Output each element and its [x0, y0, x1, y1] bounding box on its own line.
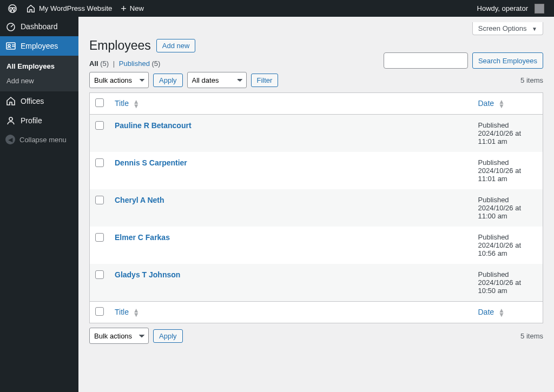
svg-point-3 [8, 44, 10, 46]
add-new-button[interactable]: Add new [156, 39, 196, 52]
row-status: Published [478, 196, 538, 204]
filter-button[interactable]: Filter [251, 74, 279, 87]
row-title-link[interactable]: Dennis S Carpentier [115, 158, 187, 167]
filter-all[interactable]: All (5) [89, 59, 111, 68]
sort-icon: ▲▼ [133, 308, 140, 317]
apply-button-top[interactable]: Apply [153, 74, 183, 87]
row-datetime: 2024/10/26 at 10:56 am [478, 241, 522, 257]
table-row: Cheryl A NethPublished2024/10/26 at 11:0… [90, 189, 543, 227]
site-name: My WordPress Website [39, 4, 112, 12]
row-status: Published [478, 121, 538, 129]
sidebar-item-label: Employees [21, 42, 58, 50]
column-date-footer[interactable]: Date ▲▼ [473, 302, 543, 323]
row-checkbox[interactable] [95, 270, 104, 279]
admin-bar-left: My WordPress Website + New [3, 0, 148, 17]
row-date-cell: Published2024/10/26 at 11:01 am [473, 152, 543, 189]
column-title-footer[interactable]: Title ▲▼ [109, 302, 473, 323]
employees-table: Title ▲▼ Date ▲▼ Pauline R BetancourtPub… [89, 92, 543, 323]
filter-separator: | [111, 59, 117, 68]
collapse-label: Collapse menu [19, 136, 67, 144]
row-title-cell: Gladys T Johnson [109, 264, 473, 302]
select-all-checkbox-top[interactable] [95, 98, 104, 107]
admin-bar: My WordPress Website + New Howdy, operat… [0, 0, 554, 17]
filter-published-link[interactable]: Published [119, 59, 150, 68]
row-status: Published [478, 158, 538, 167]
search-input[interactable] [384, 52, 468, 69]
row-title-link[interactable]: Elmer C Farkas [115, 233, 170, 242]
admin-sidebar: Dashboard Employees All Employees Add ne… [0, 17, 78, 392]
svg-point-4 [9, 117, 12, 121]
row-checkbox[interactable] [95, 121, 104, 130]
sidebar-subitem-add-new[interactable]: Add new [0, 74, 78, 88]
row-title-link[interactable]: Gladys T Johnson [115, 270, 180, 279]
row-checkbox[interactable] [95, 158, 104, 167]
row-title-link[interactable]: Pauline R Betancourt [115, 121, 192, 130]
column-title-label: Title [115, 308, 129, 316]
id-card-icon [5, 41, 16, 51]
sidebar-item-employees[interactable]: Employees [0, 36, 78, 56]
bulk-actions-select-bottom[interactable]: Bulk actions [89, 328, 149, 344]
row-checkbox[interactable] [95, 196, 104, 204]
home-icon [26, 4, 36, 14]
sidebar-item-offices[interactable]: Offices [0, 91, 78, 111]
row-title-cell: Cheryl A Neth [109, 189, 473, 227]
tablenav-top: Bulk actions Apply All dates Filter 5 it… [89, 72, 543, 88]
apply-button-bottom[interactable]: Apply [153, 329, 183, 343]
account-menu[interactable]: Howdy, operator [473, 0, 549, 17]
user-icon [5, 115, 16, 126]
row-date-cell: Published2024/10/26 at 11:01 am [473, 115, 543, 152]
row-title-cell: Dennis S Carpentier [109, 152, 473, 189]
howdy-text: Howdy, operator [477, 4, 528, 12]
row-status: Published [478, 233, 538, 241]
row-check-cell [90, 227, 110, 264]
sidebar-subitem-all-employees[interactable]: All Employees [0, 59, 78, 74]
date-filter-select[interactable]: All dates [187, 72, 247, 88]
site-link[interactable]: My WordPress Website [22, 0, 116, 17]
row-datetime: 2024/10/26 at 11:00 am [478, 204, 522, 220]
admin-bar-right: Howdy, operator [473, 0, 549, 17]
filter-all-link[interactable]: All [89, 59, 98, 68]
collapse-icon: ◀ [5, 135, 15, 144]
row-check-cell [90, 152, 110, 189]
select-all-header-top [90, 93, 110, 115]
column-title-label: Title [115, 99, 129, 108]
avatar [535, 4, 544, 14]
search-button[interactable]: Search Employees [472, 52, 543, 69]
bulk-actions-select-top[interactable]: Bulk actions [89, 72, 149, 88]
column-date-header[interactable]: Date ▲▼ [473, 93, 543, 115]
table-row: Elmer C FarkasPublished2024/10/26 at 10:… [90, 227, 543, 264]
main-content: Screen Options ▼ Employees Add new All (… [78, 17, 554, 392]
sort-icon: ▲▼ [498, 99, 505, 108]
wordpress-icon [8, 4, 17, 14]
new-content[interactable]: + New [116, 0, 148, 17]
table-row: Dennis S CarpentierPublished2024/10/26 a… [90, 152, 543, 189]
filter-published[interactable]: Published (5) [119, 59, 161, 68]
row-checkbox[interactable] [95, 233, 104, 242]
filter-published-count: (5) [152, 59, 161, 68]
collapse-menu[interactable]: ◀ Collapse menu [0, 130, 78, 149]
row-check-cell [90, 189, 110, 227]
sidebar-item-label: Dashboard [21, 22, 58, 31]
dashboard-icon [5, 21, 16, 32]
sidebar-item-dashboard[interactable]: Dashboard [0, 17, 78, 36]
sort-icon: ▲▼ [133, 99, 140, 108]
page-title: Employees [89, 38, 151, 53]
wp-logo[interactable] [3, 0, 22, 17]
search-box: Search Employees [384, 52, 543, 69]
new-label: New [130, 4, 144, 12]
row-check-cell [90, 115, 110, 152]
select-all-checkbox-bottom[interactable] [95, 307, 104, 316]
tablenav-bottom-left: Bulk actions Apply [89, 328, 183, 344]
plus-icon: + [121, 4, 127, 14]
row-title-cell: Pauline R Betancourt [109, 115, 473, 152]
tablenav-bottom: Bulk actions Apply 5 items [89, 328, 543, 344]
row-date-cell: Published2024/10/26 at 11:00 am [473, 189, 543, 227]
screen-options-toggle[interactable]: Screen Options ▼ [472, 22, 543, 35]
row-title-link[interactable]: Cheryl A Neth [115, 196, 164, 204]
chevron-down-icon: ▼ [532, 26, 537, 32]
column-title-header[interactable]: Title ▲▼ [109, 93, 473, 115]
screen-options-label: Screen Options [478, 24, 527, 32]
sidebar-submenu-employees: All Employees Add new [0, 56, 78, 91]
sidebar-item-label: Offices [21, 97, 44, 105]
sidebar-item-profile[interactable]: Profile [0, 111, 78, 130]
